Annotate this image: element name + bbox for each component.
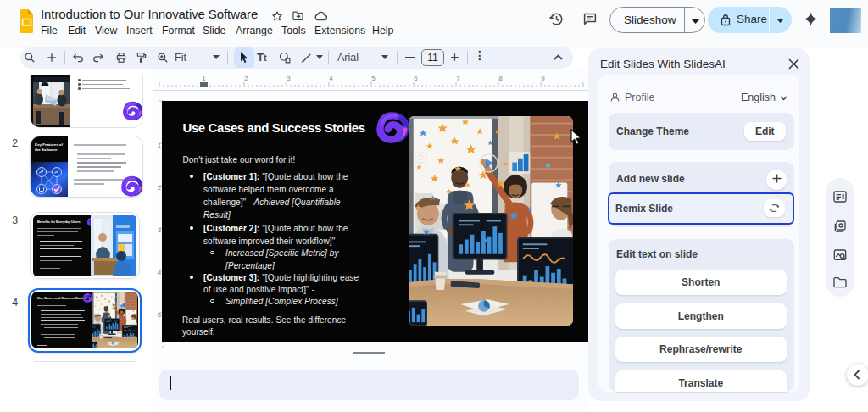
svg-text:5: 5 xyxy=(371,75,376,82)
svg-text:2: 2 xyxy=(244,75,248,82)
svg-text:1: 1 xyxy=(202,75,206,82)
svg-text:4: 4 xyxy=(329,75,333,82)
svg-text:3: 3 xyxy=(287,75,291,82)
svg-text:9: 9 xyxy=(541,75,545,82)
svg-text:8: 8 xyxy=(498,75,503,82)
svg-text:7: 7 xyxy=(456,75,460,82)
svg-text:6: 6 xyxy=(414,75,418,82)
